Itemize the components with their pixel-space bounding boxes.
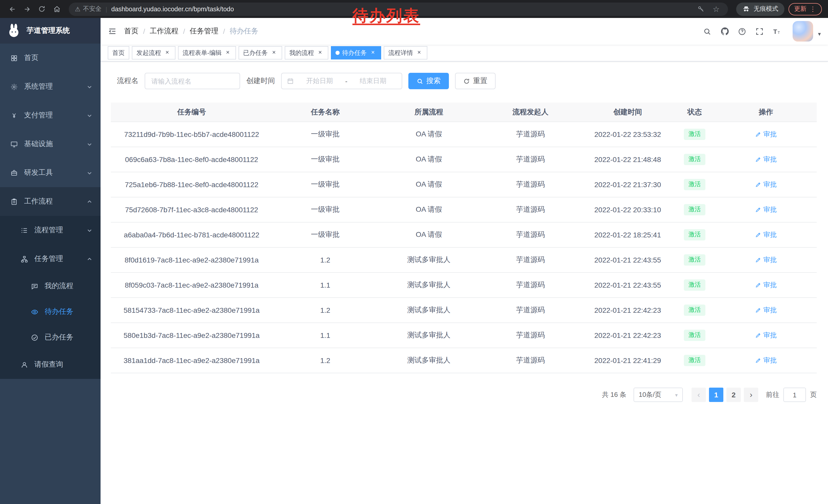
reload-icon[interactable]: [35, 2, 49, 16]
incognito-badge: 无痕模式: [736, 2, 784, 16]
status-cell: 激活: [674, 179, 715, 190]
forward-icon[interactable]: [20, 2, 34, 16]
initiator-cell: 芋道源码: [480, 230, 581, 239]
search-icon[interactable]: [701, 25, 714, 38]
sidebar-item-payment[interactable]: 支付管理: [0, 101, 100, 130]
sidebar-item-todo-task[interactable]: 待办任务: [0, 299, 100, 325]
status-cell: 激活: [674, 355, 715, 366]
tab-label: 发起流程: [136, 48, 161, 57]
tab-my-process[interactable]: 我的流程 ×: [285, 46, 328, 59]
update-button[interactable]: 更新 ⋮: [788, 3, 822, 15]
sidebar-item-done-task[interactable]: 已办任务: [0, 325, 100, 350]
home-icon[interactable]: [50, 2, 64, 16]
url-text[interactable]: dashboard.yudao.iocoder.cn/bpm/task/todo: [111, 5, 234, 12]
table-row: 73211d9d-7b9b-11ec-b5b7-acde48001122 一级审…: [111, 122, 817, 147]
created-time-cell: 2022-01-21 22:43:55: [581, 281, 674, 289]
breadcrumb-current: 待办任务: [230, 27, 258, 36]
tab-label: 待办任务: [342, 48, 367, 57]
sidebar-item-workflow[interactable]: 工作流程: [0, 187, 100, 216]
back-icon[interactable]: [5, 2, 19, 16]
sidebar-item-devtools[interactable]: 研发工具: [0, 158, 100, 187]
password-key-icon[interactable]: [695, 5, 706, 13]
next-page-button[interactable]: ›: [744, 387, 758, 402]
sidebar-item-my-process[interactable]: 我的流程: [0, 273, 100, 299]
column-header: 所属流程: [378, 107, 480, 117]
tab-todo-task[interactable]: 待办任务 ×: [331, 46, 381, 59]
column-header: 流程发起人: [480, 107, 581, 117]
github-icon[interactable]: [718, 25, 732, 38]
approve-button[interactable]: 审批: [755, 230, 777, 239]
approve-label: 审批: [763, 356, 777, 365]
approve-button[interactable]: 审批: [755, 180, 777, 189]
goto-page-input[interactable]: [783, 387, 806, 402]
font-size-icon[interactable]: TT: [770, 25, 784, 38]
table-row: 725a1eb6-7b88-11ec-8ef0-acde48001122 一级审…: [111, 172, 817, 197]
sidebar-toggle-icon[interactable]: [100, 18, 124, 45]
prev-page-button[interactable]: ‹: [692, 387, 706, 402]
approve-button[interactable]: 审批: [755, 255, 777, 265]
status-cell: 激活: [674, 229, 715, 240]
sidebar-item-leave-query[interactable]: 请假查询: [0, 350, 100, 379]
tab-label: 流程表单-编辑: [182, 48, 222, 57]
reset-button[interactable]: 重置: [455, 73, 496, 89]
close-icon[interactable]: ×: [317, 49, 324, 56]
approve-button[interactable]: 审批: [755, 331, 777, 340]
process-name-input[interactable]: [145, 73, 240, 89]
security-warning[interactable]: ⚠ 不安全: [75, 5, 101, 13]
breadcrumb-workflow[interactable]: 工作流程: [150, 27, 178, 36]
update-label: 更新: [794, 5, 806, 13]
edit-pencil-icon: [755, 207, 761, 213]
browser-menu-icon[interactable]: ⋮: [810, 5, 816, 13]
search-button[interactable]: 搜索: [408, 73, 449, 89]
workflow-submenu: 流程管理 任务管理 我的流程 待办任务: [0, 216, 100, 379]
fullscreen-icon[interactable]: [753, 25, 767, 38]
page-size-select[interactable]: 10条/页 ▾: [633, 387, 683, 402]
avatar-caret-icon[interactable]: ▾: [818, 31, 821, 37]
close-icon[interactable]: ×: [369, 49, 377, 56]
chevron-down-icon: [87, 141, 92, 147]
avatar[interactable]: [793, 21, 813, 42]
close-icon[interactable]: ×: [271, 49, 278, 56]
bookmark-star-icon[interactable]: ☆: [710, 5, 722, 13]
approve-button[interactable]: 审批: [755, 155, 777, 164]
sidebar-item-system[interactable]: 系统管理: [0, 72, 100, 101]
date-range-picker[interactable]: 开始日期 - 结束日期: [281, 73, 402, 89]
table-header: 任务编号 任务名称 所属流程 流程发起人 创建时间 状态 操作: [111, 102, 817, 122]
sidebar-item-home[interactable]: 首页: [0, 44, 100, 72]
breadcrumb-home[interactable]: 首页: [124, 27, 138, 36]
sidebar-item-infrastructure[interactable]: 基础设施: [0, 130, 100, 158]
table-row: 75d72608-7b7f-11ec-a3c8-acde48001122 一级审…: [111, 197, 817, 223]
close-icon[interactable]: ×: [164, 49, 171, 56]
sidebar-item-label: 首页: [24, 53, 38, 62]
created-time-cell: 2022-01-22 21:48:48: [581, 155, 674, 164]
action-cell: 审批: [715, 280, 817, 290]
tab-start-process[interactable]: 发起流程 ×: [132, 46, 175, 59]
tab-home[interactable]: 首页: [108, 46, 129, 59]
sidebar-item-label: 已办任务: [45, 333, 73, 342]
close-icon[interactable]: ×: [416, 49, 423, 56]
close-icon[interactable]: ×: [224, 49, 232, 56]
tab-form-editor[interactable]: 流程表单-编辑 ×: [178, 46, 236, 59]
omnibox-divider: |: [106, 5, 107, 12]
initiator-cell: 芋道源码: [480, 155, 581, 164]
action-cell: 审批: [715, 205, 817, 214]
approve-button[interactable]: 审批: [755, 306, 777, 315]
breadcrumb-task-mgmt[interactable]: 任务管理: [190, 27, 218, 36]
sidebar-item-task-mgmt[interactable]: 任务管理: [0, 244, 100, 273]
approve-button[interactable]: 审批: [755, 205, 777, 214]
initiator-cell: 芋道源码: [480, 180, 581, 189]
approve-button[interactable]: 审批: [755, 130, 777, 139]
help-icon[interactable]: [735, 25, 749, 38]
tab-done-task[interactable]: 已办任务 ×: [239, 46, 282, 59]
app-logo[interactable]: 芋道管理系统: [0, 18, 100, 44]
process-cell: 测试多审批人: [378, 356, 480, 365]
sidebar: 芋道管理系统 首页 系统管理 支付管理: [0, 18, 100, 504]
page-2-button[interactable]: 2: [727, 387, 741, 402]
chevron-down-icon: ▾: [675, 392, 678, 398]
page-1-button[interactable]: 1: [709, 387, 723, 402]
approve-button[interactable]: 审批: [755, 356, 777, 365]
logo-rabbit-icon: [6, 23, 22, 39]
tab-process-detail[interactable]: 流程详情 ×: [384, 46, 427, 59]
approve-button[interactable]: 审批: [755, 280, 777, 290]
sidebar-item-process-mgmt[interactable]: 流程管理: [0, 216, 100, 244]
